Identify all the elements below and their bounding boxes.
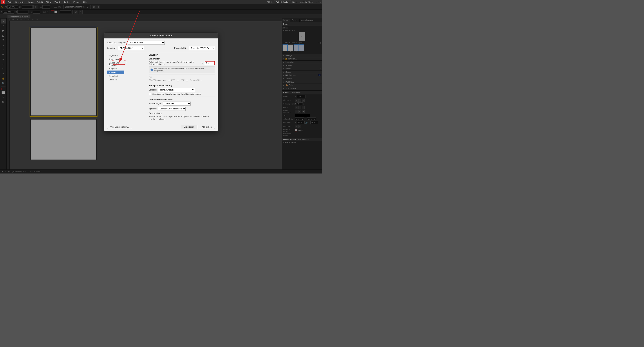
nav-ausgabe[interactable]: Ausgabe — [107, 67, 124, 70]
dialog-body: Adobe PDF-Vorgabe: [PDF/X-3:2002] Standa… — [104, 38, 218, 123]
pdf-preset-select[interactable]: [PDF/X-3:2002] — [128, 40, 165, 44]
fonts-row: Schriften teilweise laden, wenn Anteil v… — [149, 61, 215, 65]
save-preset-button[interactable]: Vorgabe speichern... — [107, 125, 132, 129]
dialog-title: Adobe PDF exportieren — [104, 33, 218, 38]
opi-row: Für OPI auslassen: EPS PDF Bitmap-Bilder — [149, 79, 215, 81]
opi-eps-label: EPS — [171, 79, 175, 81]
sprache-label: Sprache: — [149, 108, 157, 110]
opi-pdf-label: PDF — [180, 79, 184, 81]
subsection-barriere: Barrierefreiheitsoptionen — [149, 98, 215, 100]
divider-1 — [107, 52, 215, 52]
nav-uebersicht[interactable]: Übersicht — [107, 78, 124, 82]
divider-2 — [149, 74, 215, 75]
opi-bitmap-label: Bitmap-Bilder — [190, 79, 202, 81]
abweichend-checkbox[interactable] — [149, 93, 151, 95]
menu-datei[interactable]: Datei — [6, 1, 14, 4]
section-title: Erweitert — [149, 54, 215, 56]
sprache-row: Sprache: Deutsch: 2006 Rechtsch — [149, 107, 215, 111]
opi-eps-checkbox[interactable] — [168, 79, 170, 81]
export-dialog: Adobe PDF exportieren Adobe PDF-Vorgabe:… — [104, 33, 218, 131]
desc-text: Halten Sie den Mauszeiger über eine Opti… — [149, 115, 215, 121]
compat-label: Kompatibilität: — [174, 47, 187, 49]
menu-fenster[interactable]: Fenster — [72, 1, 82, 4]
close-button[interactable]: × — [320, 1, 321, 4]
zoom-level: 76,5 % — [267, 1, 272, 3]
info-text: Alle Schriftarten mit entsprechendem Emb… — [154, 68, 213, 72]
dialog-nav: Allgemein Komprimierung Marken und Ansch… — [107, 54, 124, 121]
cancel-button[interactable]: Abbrechen — [199, 125, 215, 129]
stock-button[interactable]: ▸ Adobe Stock — [298, 0, 314, 4]
titel-label: Titel anzeigen: — [149, 102, 162, 105]
standard-compat-row: Standard: PDF/X-3:2002 Kompatibilität: A… — [107, 46, 215, 50]
opi-section: OPI Für OPI auslassen: EPS PDF Bitmap-Bi… — [149, 76, 215, 81]
app-logo: Id — [1, 0, 5, 4]
fonts-value-input[interactable] — [205, 61, 215, 65]
opi-auslassen-label: Für OPI auslassen: — [149, 79, 166, 81]
nav-erweitert[interactable]: Erweitert — [107, 70, 124, 74]
fonts-label: Schriften teilweise laden, wenn Anteil v… — [149, 61, 200, 65]
minimize-button[interactable]: − — [316, 1, 317, 4]
subsection-transparenz: Transparenzreduzierung — [149, 84, 215, 87]
buch-button[interactable]: Buch — [291, 1, 298, 4]
desc-section: Beschreibung Halten Sie den Mauszeiger ü… — [149, 112, 215, 121]
sprache-select[interactable]: Deutsch: 2006 Rechtsch — [158, 107, 186, 111]
nav-marken[interactable]: Marken und Anschnitt — [107, 61, 124, 67]
vorgabe-select[interactable]: [Hohe Auflösung] — [158, 88, 195, 92]
divider-3 — [149, 83, 215, 83]
nav-allgemein[interactable]: Allgemein — [107, 54, 124, 57]
fonts-is: ist: — [201, 62, 204, 64]
menu-hilfe[interactable]: Hilfe — [82, 1, 89, 4]
dialog-footer: Vorgabe speichern... Exportieren Abbrech… — [104, 123, 218, 131]
menu-tabelle[interactable]: Tabelle — [53, 1, 62, 4]
menu-layout[interactable]: Layout — [26, 1, 36, 4]
transparenz-row: Vorgabe: [Hohe Auflösung] — [149, 88, 215, 92]
export-button[interactable]: Exportieren — [181, 125, 197, 129]
standard-select[interactable]: PDF/X-3:2002 — [118, 46, 144, 50]
menu-ansicht[interactable]: Ansicht — [62, 1, 72, 4]
menubar: Id Datei Bearbeiten Layout Schrift Objek… — [0, 0, 322, 4]
menu-schrift[interactable]: Schrift — [36, 1, 44, 4]
vorgabe-label: Vorgabe: — [149, 89, 157, 91]
nav-komprimierung[interactable]: Komprimierung — [107, 57, 124, 61]
maximize-button[interactable]: □ — [318, 1, 319, 4]
opi-label: OPI — [149, 76, 215, 78]
desc-title: Beschreibung — [149, 112, 215, 114]
nav-sicherheit[interactable]: Sicherheit — [107, 74, 124, 78]
divider-4 — [149, 96, 215, 97]
titel-select[interactable]: Dateiname — [163, 102, 190, 106]
pdf-preset-label: Adobe PDF-Vorgabe: — [107, 42, 126, 44]
opi-bitmap-checkbox[interactable] — [186, 79, 188, 81]
abweichend-row: Abweichende Einstellungen auf Druckbögen… — [149, 93, 215, 95]
menu-bearbeiten[interactable]: Bearbeiten — [14, 1, 26, 4]
compat-select[interactable]: Acrobat 4 (PDF 1.3) — [189, 46, 215, 50]
dialog-content: Erweitert Schriftarten Schriften teilwei… — [149, 54, 215, 121]
abweichend-label: Abweichende Einstellungen auf Druckbögen… — [152, 93, 202, 95]
subsection-fonts: Schriftarten — [149, 58, 215, 60]
pdf-preset-row: Adobe PDF-Vorgabe: [PDF/X-3:2002] — [107, 40, 215, 44]
info-icon: i — [150, 68, 153, 71]
nav-content: Allgemein Komprimierung Marken und Ansch… — [107, 54, 215, 121]
menu-objekt[interactable]: Objekt — [44, 1, 53, 4]
opi-pdf-checkbox[interactable] — [177, 79, 179, 81]
info-box: i Alle Schriftarten mit entsprechendem E… — [149, 66, 215, 73]
dialog-action-buttons: Exportieren Abbrechen — [181, 125, 215, 129]
standard-label: Standard: — [107, 47, 116, 49]
publish-online-button[interactable]: Publish Online — [274, 0, 291, 4]
titel-row: Titel anzeigen: Dateiname — [149, 102, 215, 106]
